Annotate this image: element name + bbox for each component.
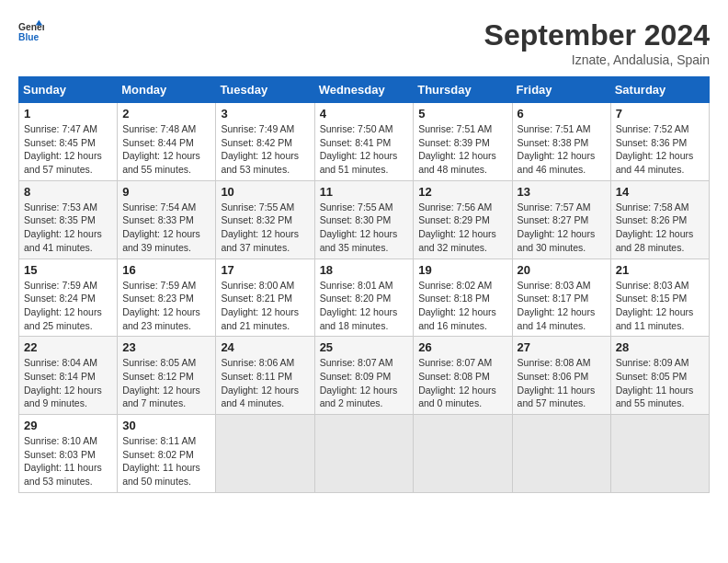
table-row: 15Sunrise: 7:59 AM Sunset: 8:24 PM Dayli… — [19, 259, 118, 337]
day-number: 27 — [518, 340, 606, 354]
day-info: Sunrise: 8:05 AM Sunset: 8:12 PM Dayligh… — [122, 356, 210, 410]
day-number: 3 — [221, 107, 309, 121]
day-number: 14 — [616, 185, 704, 199]
table-row: 27Sunrise: 8:08 AM Sunset: 8:06 PM Dayli… — [512, 337, 610, 415]
calendar-week-row: 1Sunrise: 7:47 AM Sunset: 8:45 PM Daylig… — [19, 103, 710, 181]
calendar-week-row: 8Sunrise: 7:53 AM Sunset: 8:35 PM Daylig… — [19, 180, 710, 259]
calendar-week-row: 29Sunrise: 8:10 AM Sunset: 8:03 PM Dayli… — [19, 415, 710, 493]
col-tuesday: Tuesday — [216, 77, 314, 103]
table-row: 13Sunrise: 7:57 AM Sunset: 8:27 PM Dayli… — [512, 180, 610, 259]
day-number: 15 — [24, 263, 112, 277]
table-row: 14Sunrise: 7:58 AM Sunset: 8:26 PM Dayli… — [610, 180, 709, 259]
day-info: Sunrise: 7:50 AM Sunset: 8:41 PM Dayligh… — [320, 122, 409, 177]
day-number: 12 — [418, 185, 506, 199]
day-number: 17 — [221, 263, 309, 277]
day-info: Sunrise: 8:01 AM Sunset: 8:20 PM Dayligh… — [320, 279, 409, 333]
table-row: 17Sunrise: 8:00 AM Sunset: 8:21 PM Dayli… — [216, 259, 314, 337]
day-number: 22 — [24, 340, 112, 354]
day-number: 28 — [616, 340, 704, 354]
table-row: 29Sunrise: 8:10 AM Sunset: 8:03 PM Dayli… — [19, 415, 118, 493]
day-info: Sunrise: 7:51 AM Sunset: 8:39 PM Dayligh… — [418, 122, 506, 177]
day-info: Sunrise: 7:54 AM Sunset: 8:33 PM Dayligh… — [122, 201, 210, 255]
table-row: 23Sunrise: 8:05 AM Sunset: 8:12 PM Dayli… — [118, 337, 216, 415]
day-number: 8 — [24, 185, 112, 199]
day-info: Sunrise: 8:03 AM Sunset: 8:15 PM Dayligh… — [616, 279, 704, 333]
table-row — [414, 415, 512, 493]
table-row — [216, 415, 314, 493]
day-info: Sunrise: 7:59 AM Sunset: 8:24 PM Dayligh… — [24, 279, 112, 333]
table-row: 8Sunrise: 7:53 AM Sunset: 8:35 PM Daylig… — [19, 180, 118, 259]
table-row: 18Sunrise: 8:01 AM Sunset: 8:20 PM Dayli… — [314, 259, 414, 337]
table-row: 9Sunrise: 7:54 AM Sunset: 8:33 PM Daylig… — [118, 180, 216, 259]
day-info: Sunrise: 7:51 AM Sunset: 8:38 PM Dayligh… — [518, 122, 606, 177]
svg-text:Blue: Blue — [18, 32, 40, 42]
table-row: 22Sunrise: 8:04 AM Sunset: 8:14 PM Dayli… — [19, 337, 118, 415]
day-info: Sunrise: 7:55 AM Sunset: 8:30 PM Dayligh… — [320, 201, 409, 255]
table-row: 19Sunrise: 8:02 AM Sunset: 8:18 PM Dayli… — [414, 259, 512, 337]
day-info: Sunrise: 8:07 AM Sunset: 8:09 PM Dayligh… — [320, 356, 409, 410]
day-number: 10 — [221, 185, 309, 199]
table-row: 12Sunrise: 7:56 AM Sunset: 8:29 PM Dayli… — [414, 180, 512, 259]
table-row — [610, 415, 709, 493]
table-row: 4Sunrise: 7:50 AM Sunset: 8:41 PM Daylig… — [314, 103, 414, 181]
col-sunday: Sunday — [19, 77, 118, 103]
day-number: 18 — [320, 263, 409, 277]
table-row: 26Sunrise: 8:07 AM Sunset: 8:08 PM Dayli… — [414, 337, 512, 415]
calendar-table: Sunday Monday Tuesday Wednesday Thursday… — [18, 76, 710, 493]
table-row: 5Sunrise: 7:51 AM Sunset: 8:39 PM Daylig… — [414, 103, 512, 181]
table-row: 21Sunrise: 8:03 AM Sunset: 8:15 PM Dayli… — [610, 259, 709, 337]
day-number: 1 — [24, 107, 112, 121]
col-thursday: Thursday — [414, 77, 512, 103]
day-info: Sunrise: 8:04 AM Sunset: 8:14 PM Dayligh… — [24, 356, 112, 410]
table-row: 16Sunrise: 7:59 AM Sunset: 8:23 PM Dayli… — [118, 259, 216, 337]
day-info: Sunrise: 7:59 AM Sunset: 8:23 PM Dayligh… — [122, 279, 210, 333]
day-number: 16 — [122, 263, 210, 277]
table-row: 7Sunrise: 7:52 AM Sunset: 8:36 PM Daylig… — [610, 103, 709, 181]
day-number: 23 — [122, 340, 210, 354]
day-number: 20 — [518, 263, 606, 277]
col-saturday: Saturday — [610, 77, 709, 103]
day-info: Sunrise: 8:11 AM Sunset: 8:02 PM Dayligh… — [122, 434, 210, 488]
location-subtitle: Iznate, Andalusia, Spain — [484, 52, 710, 67]
day-number: 7 — [616, 107, 704, 121]
day-info: Sunrise: 7:56 AM Sunset: 8:29 PM Dayligh… — [418, 201, 506, 255]
page-header: General Blue September 2024 Iznate, Anda… — [18, 18, 710, 67]
day-number: 4 — [320, 107, 409, 121]
table-row — [512, 415, 610, 493]
day-number: 29 — [24, 419, 112, 432]
table-row: 20Sunrise: 8:03 AM Sunset: 8:17 PM Dayli… — [512, 259, 610, 337]
calendar-week-row: 22Sunrise: 8:04 AM Sunset: 8:14 PM Dayli… — [19, 337, 710, 415]
table-row: 11Sunrise: 7:55 AM Sunset: 8:30 PM Dayli… — [314, 180, 414, 259]
day-info: Sunrise: 8:08 AM Sunset: 8:06 PM Dayligh… — [518, 356, 606, 410]
logo-icon: General Blue — [18, 18, 44, 44]
calendar-header-row: Sunday Monday Tuesday Wednesday Thursday… — [19, 77, 710, 103]
day-number: 6 — [518, 107, 606, 121]
day-number: 5 — [418, 107, 506, 121]
calendar-week-row: 15Sunrise: 7:59 AM Sunset: 8:24 PM Dayli… — [19, 259, 710, 337]
table-row: 28Sunrise: 8:09 AM Sunset: 8:05 PM Dayli… — [610, 337, 709, 415]
day-info: Sunrise: 7:57 AM Sunset: 8:27 PM Dayligh… — [518, 201, 606, 255]
day-number: 24 — [221, 340, 309, 354]
day-number: 9 — [122, 185, 210, 199]
day-number: 21 — [616, 263, 704, 277]
day-number: 11 — [320, 185, 409, 199]
day-info: Sunrise: 7:48 AM Sunset: 8:44 PM Dayligh… — [122, 122, 210, 177]
table-row: 6Sunrise: 7:51 AM Sunset: 8:38 PM Daylig… — [512, 103, 610, 181]
day-number: 2 — [122, 107, 210, 121]
table-row — [314, 415, 414, 493]
month-title: September 2024 — [484, 18, 710, 52]
day-number: 26 — [418, 340, 506, 354]
col-monday: Monday — [118, 77, 216, 103]
table-row: 30Sunrise: 8:11 AM Sunset: 8:02 PM Dayli… — [118, 415, 216, 493]
day-number: 19 — [418, 263, 506, 277]
table-row: 2Sunrise: 7:48 AM Sunset: 8:44 PM Daylig… — [118, 103, 216, 181]
day-number: 30 — [122, 419, 210, 432]
day-number: 25 — [320, 340, 409, 354]
day-info: Sunrise: 8:00 AM Sunset: 8:21 PM Dayligh… — [221, 279, 309, 333]
day-info: Sunrise: 7:55 AM Sunset: 8:32 PM Dayligh… — [221, 201, 309, 255]
day-info: Sunrise: 8:03 AM Sunset: 8:17 PM Dayligh… — [518, 279, 606, 333]
day-info: Sunrise: 7:52 AM Sunset: 8:36 PM Dayligh… — [616, 122, 704, 177]
col-wednesday: Wednesday — [314, 77, 414, 103]
day-info: Sunrise: 8:07 AM Sunset: 8:08 PM Dayligh… — [418, 356, 506, 410]
table-row: 24Sunrise: 8:06 AM Sunset: 8:11 PM Dayli… — [216, 337, 314, 415]
